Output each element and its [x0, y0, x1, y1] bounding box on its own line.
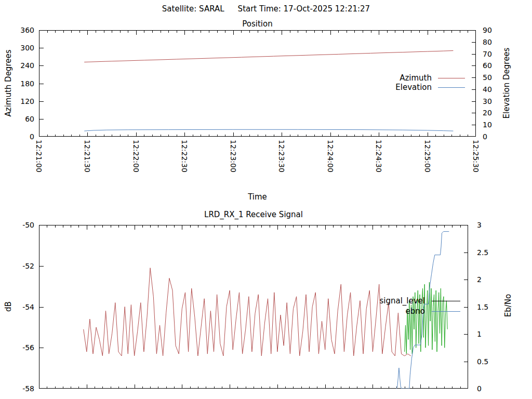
elevation-axis-label: Elevation Degrees	[501, 26, 512, 140]
y-tick-label-left: -50	[0, 221, 34, 229]
y-tick-label-right: 90	[483, 26, 492, 34]
y-tick-label-left: -58	[0, 384, 34, 393]
series-line-signal_level_locked	[405, 282, 448, 354]
x-tick-label: 12:25:30	[472, 140, 480, 172]
figure-canvas: Satellite: SARALStart Time: 17-Oct-2025 …	[0, 0, 532, 399]
satellite-label: Satellite: SARAL	[162, 4, 224, 14]
receive-signal-chart-title: LRD_RX_1 Receive Signal	[39, 210, 468, 219]
y-tick-label-right: 0	[483, 132, 487, 141]
x-tick-label: 12:23:00	[229, 140, 237, 172]
y-tick-label-right: 1.5	[477, 303, 488, 311]
legend-line-sample-azimuth	[438, 78, 465, 78]
legend-label-signal_level: signal_level	[337, 296, 425, 305]
time-axis-label: Time	[39, 192, 476, 202]
x-tick-label: 12:24:30	[375, 140, 382, 172]
y-tick-label-right: 3	[477, 221, 482, 229]
legend-line-sample-signal_level	[432, 301, 460, 301]
y-tick-label-left: 0	[0, 132, 34, 141]
series-line-azimuth	[84, 51, 453, 62]
y-tick-label-right: 20	[483, 109, 492, 117]
x-tick-label: 12:21:30	[83, 140, 91, 172]
legend-label-azimuth: Azimuth	[343, 73, 432, 83]
position-chart-title: Position	[39, 19, 476, 29]
y-tick-label-left: 240	[0, 61, 34, 70]
x-tick-label: 12:25:00	[423, 140, 431, 172]
start-time-label: Start Time: 17-Oct-2025 12:21:27	[238, 4, 370, 14]
y-tick-label-right: 30	[483, 97, 492, 105]
y-tick-label-right: 80	[483, 38, 492, 46]
legend-label-ebno: ebno	[337, 307, 425, 316]
y-tick-label-left: 300	[0, 44, 34, 52]
ebno-axis-label: Eb/No	[503, 248, 513, 363]
legend-line-sample-elevation	[438, 87, 465, 88]
x-tick-label: 12:22:30	[180, 140, 188, 172]
y-tick-label-right: 70	[483, 50, 492, 58]
y-tick-label-left: 120	[0, 97, 34, 105]
y-tick-label-right: 2.5	[477, 248, 488, 257]
y-tick-label-right: 50	[483, 73, 492, 82]
y-tick-label-right: 1	[477, 330, 482, 338]
legend-line-sample-ebno	[432, 311, 460, 312]
y-tick-label-right: 40	[483, 85, 492, 94]
y-tick-label-left: 180	[0, 79, 34, 88]
x-tick-label: 12:21:00	[35, 140, 43, 172]
y-tick-label-left: -52	[0, 262, 34, 270]
x-tick-label: 12:22:00	[132, 140, 140, 172]
x-tick-label: 12:23:30	[277, 140, 285, 172]
legend-label-elevation: Elevation	[343, 83, 432, 92]
y-tick-label-right: 2	[477, 275, 482, 284]
y-tick-label-right: 0.5	[477, 357, 488, 366]
y-tick-label-left: -54	[0, 303, 34, 311]
figure-title: Satellite: SARALStart Time: 17-Oct-2025 …	[0, 4, 532, 14]
y-tick-label-left: -56	[0, 343, 34, 352]
y-tick-label-left: 360	[0, 26, 34, 34]
y-tick-label-right: 60	[483, 61, 492, 70]
y-tick-label-right: 0	[477, 384, 482, 393]
y-tick-label-left: 60	[0, 115, 34, 123]
series-line-elevation	[84, 129, 453, 131]
y-tick-label-right: 10	[483, 121, 492, 129]
x-tick-label: 12:24:00	[326, 140, 334, 172]
